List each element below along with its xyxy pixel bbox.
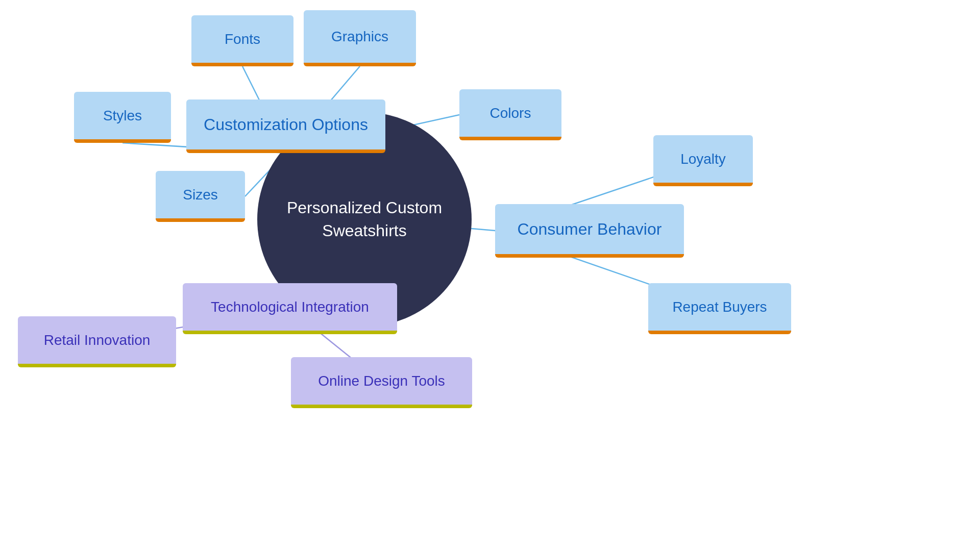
node-colors: Colors xyxy=(459,89,561,140)
node-customization: Customization Options xyxy=(186,99,385,153)
node-graphics: Graphics xyxy=(304,10,416,66)
center-label: Personalized Custom Sweatshirts xyxy=(287,196,442,242)
node-loyalty: Loyalty xyxy=(653,135,753,186)
node-consumer: Consumer Behavior xyxy=(495,204,684,258)
node-fonts: Fonts xyxy=(191,15,293,66)
node-online: Online Design Tools xyxy=(291,357,472,408)
node-repeat: Repeat Buyers xyxy=(648,283,791,334)
node-styles: Styles xyxy=(74,92,171,143)
node-sizes: Sizes xyxy=(156,171,245,222)
node-tech: Technological Integration xyxy=(183,283,397,334)
node-retail: Retail Innovation xyxy=(18,316,176,367)
